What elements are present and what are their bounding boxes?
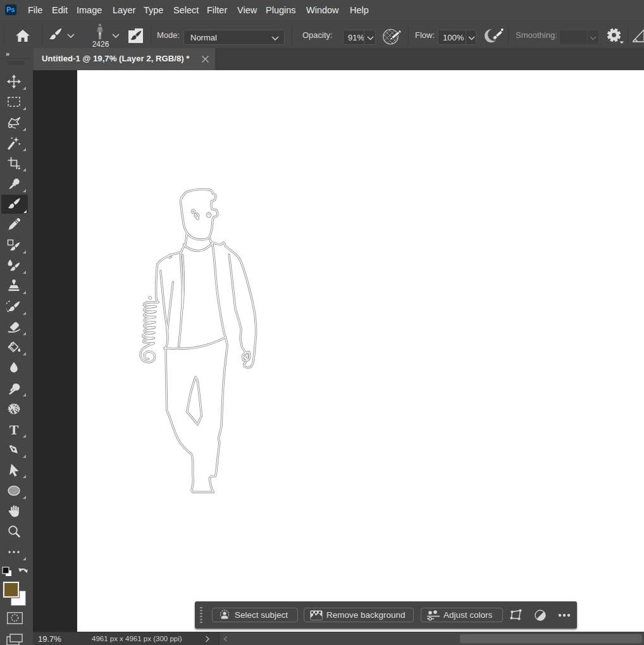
svg-text:T: T	[9, 422, 19, 437]
